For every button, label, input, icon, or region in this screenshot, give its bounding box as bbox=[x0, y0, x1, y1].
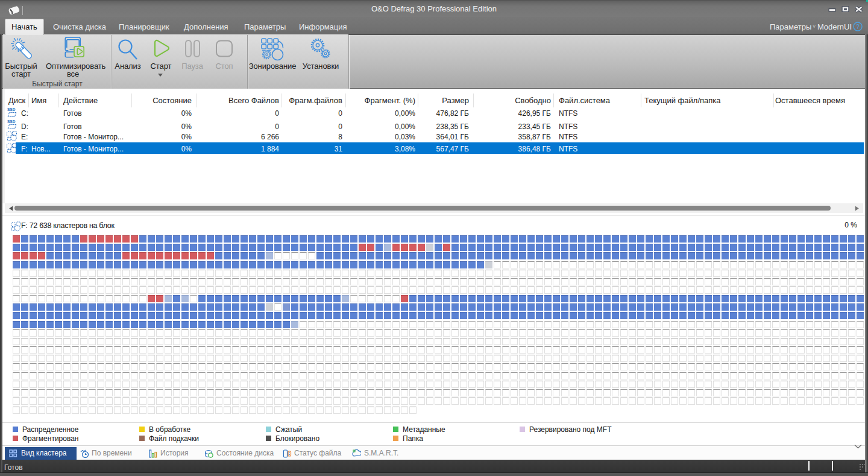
svg-text:?: ? bbox=[856, 24, 860, 30]
svg-text:SSD: SSD bbox=[7, 107, 16, 112]
svg-text:SSD: SSD bbox=[7, 119, 16, 124]
